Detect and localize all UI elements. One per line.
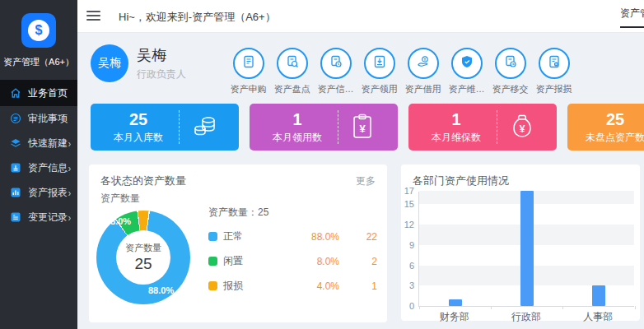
card-value: 1 bbox=[408, 110, 504, 129]
asset-status-panel: 各状态的资产数量 更多 资产数量 8.0% 88.0% 资产数量 25 资产数量… bbox=[89, 164, 387, 322]
asset-info-icon bbox=[10, 162, 21, 174]
legend-value: 1 bbox=[339, 280, 377, 292]
chevron-right-icon: › bbox=[68, 211, 71, 223]
borrow-icon bbox=[416, 54, 431, 72]
legend-swatch bbox=[208, 281, 217, 290]
bar bbox=[520, 191, 534, 306]
sidebar-item-change-log[interactable]: 变更记录 › bbox=[0, 205, 77, 229]
card-value: 25 bbox=[567, 110, 644, 129]
sidebar-item-label: 业务首页 bbox=[28, 86, 68, 100]
sidebar-item-business-home[interactable]: 业务首页 bbox=[0, 80, 77, 106]
legend-item-idle[interactable]: 闲置 8.0% 2 bbox=[208, 254, 377, 268]
donut-center-value: 25 bbox=[134, 255, 152, 273]
sidebar-item-asset-info[interactable]: 资产信息 › bbox=[0, 155, 77, 180]
sidebar-item-asset-report[interactable]: 资产报表 › bbox=[0, 180, 77, 205]
quick-action-label: 资产信… bbox=[318, 83, 354, 95]
sidebar-menu: 业务首页 审批事项 快速新建 › 资产信息 › 资产报表 bbox=[0, 80, 77, 229]
receive-icon bbox=[372, 54, 387, 72]
sidebar-item-label: 变更记录 bbox=[28, 211, 68, 225]
home-icon bbox=[10, 87, 21, 99]
card-monthly-inbound[interactable]: 25 本月入库数 bbox=[91, 104, 239, 151]
card-divider bbox=[338, 110, 338, 144]
card-monthly-maintain[interactable]: 1 本月维保数 ¥ bbox=[408, 104, 557, 151]
bar-plot: 0369121517 bbox=[418, 192, 634, 307]
sidebar-item-label: 审批事项 bbox=[28, 112, 68, 126]
quick-actions: 资产申购 资产盘点 资产信… 资产领用 资产借用 bbox=[226, 48, 576, 95]
dollar-coin-icon: $ bbox=[28, 20, 49, 41]
legend-value: 2 bbox=[339, 256, 377, 267]
sidebar: $ 资产管理（A6+） 业务首页 审批事项 快速新建 › 资产信息 bbox=[0, 0, 77, 329]
sidebar-item-quick-create[interactable]: 快速新建 › bbox=[0, 131, 77, 155]
hamburger-menu-icon[interactable] bbox=[86, 11, 100, 23]
tab-asset-management[interactable]: 资产管理 bbox=[620, 0, 644, 28]
clipboard-yen-icon: ¥ bbox=[350, 114, 375, 143]
quick-action-label: 资产领用 bbox=[362, 83, 398, 95]
purchase-icon bbox=[241, 54, 256, 72]
legend-label: 正常 bbox=[223, 229, 293, 243]
chevron-right-icon: › bbox=[68, 162, 71, 174]
quick-action-damage[interactable]: 资产报损 bbox=[532, 48, 576, 95]
card-divider bbox=[497, 110, 497, 144]
legend-percent: 4.0% bbox=[293, 280, 339, 292]
chevron-right-icon: › bbox=[68, 187, 71, 198]
quick-action-receive[interactable]: 资产领用 bbox=[357, 48, 401, 95]
quick-action-maintain[interactable]: 资产维… bbox=[445, 48, 488, 95]
quick-action-label: 资产报损 bbox=[536, 83, 572, 95]
quick-action-borrow[interactable]: 资产借用 bbox=[401, 48, 445, 95]
quick-action-label: 资产维… bbox=[449, 83, 485, 95]
panel-subtitle: 资产数量 bbox=[100, 192, 140, 206]
top-bar: Hi~，欢迎来到-资产管理（A6+） 资产管理 bbox=[77, 0, 644, 33]
bar bbox=[592, 285, 605, 306]
quick-action-label: 资产移交 bbox=[492, 83, 529, 95]
legend-item-damaged[interactable]: 报损 4.0% 1 bbox=[208, 279, 377, 293]
inventory-icon bbox=[285, 54, 300, 72]
legend-item-normal[interactable]: 正常 88.0% 22 bbox=[208, 229, 377, 243]
sidebar-item-label: 快速新建 bbox=[28, 137, 68, 151]
quick-action-asset-change[interactable]: 资产信… bbox=[314, 48, 357, 95]
app-title: 资产管理（A6+） bbox=[0, 56, 77, 68]
legend-swatch bbox=[208, 257, 217, 266]
quick-action-inventory[interactable]: 资产盘点 bbox=[270, 48, 314, 95]
slice-label-normal: 88.0% bbox=[148, 285, 174, 295]
avatar[interactable]: 吴梅 bbox=[91, 44, 128, 82]
sidebar-item-label: 资产报表 bbox=[28, 186, 68, 200]
quick-action-purchase[interactable]: 资产申购 bbox=[226, 48, 270, 95]
legend-label: 闲置 bbox=[223, 254, 293, 268]
more-link[interactable]: 更多 bbox=[356, 174, 376, 188]
legend-percent: 88.0% bbox=[293, 231, 339, 243]
tab-label: 资产管理 bbox=[620, 7, 644, 21]
card-label: 本月维保数 bbox=[408, 131, 504, 145]
quick-action-label: 资产盘点 bbox=[274, 83, 310, 95]
donut-chart[interactable]: 8.0% 88.0% 资产数量 25 bbox=[96, 211, 190, 304]
department-usage-panel: 各部门资产使用情况 0369121517 财务部行政部人事部 bbox=[401, 164, 640, 321]
svg-text:¥: ¥ bbox=[520, 123, 525, 135]
maintain-icon bbox=[460, 54, 474, 72]
bar-column[interactable] bbox=[562, 192, 634, 306]
sidebar-item-approvals[interactable]: 审批事项 bbox=[0, 106, 77, 131]
bar-xlabels: 财务部行政部人事部 bbox=[418, 310, 634, 324]
svg-text:¥: ¥ bbox=[359, 123, 366, 135]
bar-category-label: 财务部 bbox=[418, 310, 490, 324]
bar-column[interactable] bbox=[419, 192, 491, 306]
card-label: 本月领用数 bbox=[250, 131, 345, 145]
user-role: 行政负责人 bbox=[137, 67, 186, 81]
legend-value: 22 bbox=[339, 231, 377, 243]
donut-center-label: 资产数量 bbox=[125, 242, 161, 254]
bar-chart[interactable]: 0369121517 财务部行政部人事部 bbox=[401, 164, 640, 321]
sidebar-item-label: 资产信息 bbox=[28, 161, 68, 175]
card-uncounted-assets[interactable]: 25 未盘点资产数 bbox=[567, 104, 644, 151]
card-divider bbox=[179, 110, 180, 144]
legend-swatch bbox=[208, 232, 217, 241]
damage-icon bbox=[547, 54, 562, 72]
card-value: 25 bbox=[91, 110, 186, 129]
bar-columns bbox=[419, 192, 634, 306]
card-value: 1 bbox=[250, 110, 345, 129]
bar-column[interactable] bbox=[491, 192, 562, 306]
asset-change-icon bbox=[329, 54, 343, 72]
slice-label-idle: 8.0% bbox=[110, 216, 131, 226]
bar bbox=[449, 299, 462, 306]
card-monthly-receive[interactable]: 1 本月领用数 ¥ bbox=[250, 104, 398, 151]
quick-action-transfer[interactable]: 资产移交 bbox=[488, 48, 532, 95]
coins-icon bbox=[191, 114, 219, 143]
card-label: 未盘点资产数 bbox=[567, 131, 644, 145]
